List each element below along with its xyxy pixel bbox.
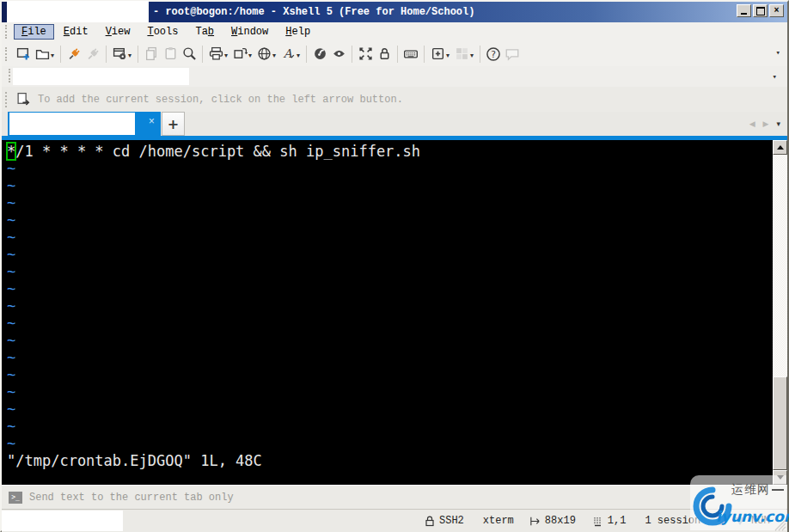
chevron-down-icon[interactable]: ▾ — [297, 52, 300, 59]
open-session-icon[interactable] — [33, 45, 52, 64]
minimize-icon — [741, 13, 747, 15]
terminal-line: "/tmp/crontab.EjDGOQ" 1L, 48C — [7, 452, 787, 469]
vim-tilde: ~ — [7, 332, 15, 349]
terminal-line: ~ — [7, 263, 787, 280]
vim-tilde: ~ — [7, 246, 15, 263]
menu-items: FileEditViewToolsTabWindowHelp — [14, 24, 320, 40]
print-icon[interactable] — [206, 45, 225, 64]
terminal-line: */1 * * * * cd /home/script && sh ip_sni… — [7, 143, 787, 160]
address-bar[interactable]: ▾ — [2, 66, 787, 87]
terminal-line: ~ — [7, 194, 787, 211]
terminal-line: ~ — [7, 177, 787, 194]
terminal[interactable]: */1 * * * * cd /home/script && sh ip_sni… — [2, 140, 787, 485]
separator — [138, 46, 138, 63]
vim-tilde: ~ — [7, 435, 15, 452]
new-session-icon[interactable] — [14, 45, 33, 64]
toolbar-overflow-icon[interactable]: ▾ — [776, 48, 780, 58]
protocol-label: SSH2 — [439, 515, 464, 527]
svg-text:A: A — [282, 46, 292, 60]
menubar: FileEditViewToolsTabWindowHelp — [2, 22, 787, 41]
vim-tilde: ~ — [7, 297, 15, 315]
send-bar-text: Send text to the current tab only — [29, 492, 234, 504]
terminal-line: ~ — [7, 366, 787, 383]
status-bar: SSH2 xterm 88x19 1,1 1 session NUM — [2, 509, 787, 532]
vim-tilde: ~ — [7, 383, 15, 401]
connect-icon[interactable] — [64, 45, 83, 64]
fullscreen-icon[interactable] — [356, 45, 375, 64]
info-bar: To add the current session, click on the… — [2, 87, 787, 112]
tab-list-icon[interactable]: ▾ — [776, 119, 780, 128]
font-icon[interactable]: A — [278, 45, 297, 64]
combo-dropdown-icon[interactable]: ▾ — [773, 72, 777, 82]
virtual-keyboard-icon[interactable] — [401, 45, 420, 64]
whirl-icon[interactable] — [310, 45, 329, 64]
scrollbar-thumb[interactable] — [773, 376, 787, 470]
toolbar-grip[interactable] — [5, 25, 9, 39]
terminal-content: */1 * * * * cd /home/script && sh ip_sni… — [2, 140, 787, 469]
chevron-down-icon[interactable]: ▾ — [51, 52, 54, 59]
protocol-indicator: SSH2 — [425, 515, 464, 527]
lock-screen-icon[interactable] — [375, 45, 394, 64]
minimize-button[interactable] — [737, 4, 751, 17]
vim-tilde: ~ — [7, 366, 15, 383]
new-tab-button[interactable]: + — [162, 112, 185, 136]
tab-scroll-left-icon[interactable]: ◀ — [749, 119, 755, 128]
toolbar-grip[interactable] — [5, 47, 9, 61]
window-title: - root@bogon:/home - Xshell 5 (Free for … — [153, 6, 474, 18]
separator — [106, 46, 107, 63]
send-bar: >_ Send text to the current tab only — [2, 485, 787, 509]
chevron-down-icon[interactable]: ▾ — [248, 52, 252, 59]
new-tab-icon[interactable] — [428, 45, 447, 64]
web-browser-icon[interactable] — [254, 45, 273, 64]
close-button[interactable]: × — [769, 4, 784, 17]
session-properties-icon[interactable] — [110, 45, 129, 64]
terminal-line: ~ — [7, 315, 787, 332]
menu-file[interactable]: File — [14, 24, 54, 40]
terminal-cursor: * — [7, 143, 15, 160]
menu-tools[interactable]: Tools — [139, 24, 186, 40]
menu-window[interactable]: Window — [223, 24, 276, 40]
disconnect-icon — [83, 45, 102, 64]
menu-view[interactable]: View — [98, 24, 138, 40]
cursor-position-indicator: 1,1 — [593, 515, 627, 527]
terminal-line: ~ — [7, 160, 787, 177]
lock-icon — [425, 516, 435, 527]
terminal-scrollbar[interactable] — [773, 140, 787, 485]
cursor-pos-icon — [593, 516, 603, 527]
separator — [306, 46, 307, 63]
titlebar[interactable]: - root@bogon:/home - Xshell 5 (Free for … — [2, 2, 787, 22]
watermark-cn-text: 运维网 — [731, 482, 784, 498]
toolbar-grip[interactable] — [5, 92, 9, 107]
cursor-position-label: 1,1 — [608, 515, 627, 527]
leaf-eye-icon[interactable] — [329, 45, 348, 64]
arrange-icon[interactable] — [230, 45, 249, 64]
tab-scroll-right-icon[interactable]: ▶ — [763, 119, 769, 128]
svg-text:?: ? — [491, 48, 496, 59]
maximize-button[interactable] — [753, 4, 768, 17]
menu-edit[interactable]: Edit — [56, 24, 96, 40]
chevron-down-icon[interactable]: ▾ — [128, 52, 132, 59]
menu-help[interactable]: Help — [278, 24, 318, 40]
terminal-type-label: xterm — [483, 515, 514, 527]
menu-tab[interactable]: Tab — [187, 24, 222, 40]
scroll-up-button[interactable] — [773, 140, 787, 155]
chevron-down-icon[interactable]: ▾ — [272, 52, 276, 59]
chevron-down-icon[interactable]: ▾ — [446, 52, 450, 59]
tab-bar: × + ◀ ▶ ▾ — [2, 112, 787, 136]
maximize-icon — [756, 7, 765, 15]
session-tab[interactable]: × — [8, 112, 161, 136]
resize-icon — [529, 516, 541, 527]
close-icon: × — [774, 6, 779, 15]
info-bar-text: To add the current session, click on the… — [38, 94, 403, 106]
add-session-icon[interactable] — [14, 90, 33, 109]
chevron-down-icon[interactable]: ▾ — [224, 52, 228, 59]
help-icon[interactable]: ? — [484, 45, 503, 64]
find-icon[interactable] — [180, 45, 199, 64]
xshell-window: - root@bogon:/home - Xshell 5 (Free for … — [0, 0, 789, 532]
tab-close-icon[interactable]: × — [149, 116, 155, 128]
separator — [202, 46, 203, 63]
terminal-line: ~ — [7, 211, 787, 229]
tab-nav: ◀ ▶ ▾ — [749, 112, 780, 136]
vim-tilde: ~ — [7, 229, 15, 246]
terminal-prompt-icon: >_ — [9, 492, 22, 504]
